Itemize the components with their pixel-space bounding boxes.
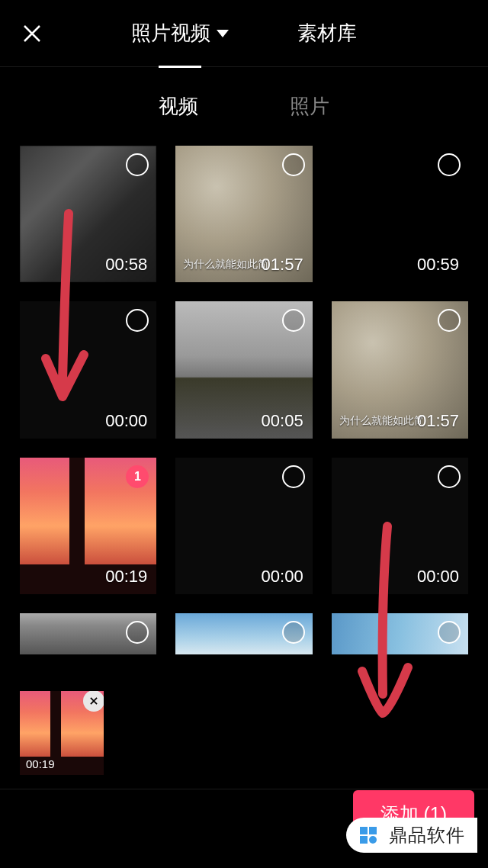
close-icon [21,22,43,45]
video-item[interactable] [20,613,156,654]
video-item[interactable]: 00:58 [20,146,156,282]
selected-tray: 00:19 [0,677,488,789]
sub-tab-1[interactable]: 照片 [290,93,329,120]
video-item[interactable] [332,613,468,654]
video-duration: 00:05 [262,411,303,431]
header-tab-label: 素材库 [297,20,357,47]
video-duration: 00:00 [262,567,303,587]
video-item[interactable]: 为什么就能如此简单01:57 [175,146,312,282]
select-indicator[interactable] [282,621,305,644]
tray-item[interactable]: 00:19 [20,691,104,775]
header-tab-label: 照片视频 [131,20,210,47]
sub-tabs: 视频照片 [0,67,488,146]
select-indicator[interactable] [438,621,461,644]
watermark: 鼎品软件 [346,818,477,853]
header: 照片视频素材库 [0,0,488,67]
video-grid: 00:58为什么就能如此简单01:5700:5900:0000:05为什么就能如… [0,146,488,654]
video-item[interactable] [175,613,312,654]
select-indicator[interactable] [282,153,305,176]
close-icon [88,696,99,706]
svg-point-3 [369,836,377,844]
header-tabs: 照片视频素材库 [49,0,439,68]
tray-duration: 00:19 [26,757,55,770]
video-item[interactable]: 00:05 [175,301,312,438]
video-item[interactable]: 00:00 [20,301,156,438]
watermark-logo-icon [355,822,381,848]
video-item[interactable]: 为什么就能如此简单01:57 [332,301,468,438]
svg-rect-2 [360,836,368,844]
video-item[interactable]: 00:00 [332,458,468,594]
header-tab-1[interactable]: 素材库 [297,0,357,68]
chevron-down-icon [217,30,229,37]
select-indicator[interactable]: 1 [126,465,149,488]
video-duration: 00:58 [105,255,147,275]
select-indicator[interactable] [438,465,461,488]
video-duration: 00:00 [417,567,459,587]
video-item[interactable]: 00:00 [175,458,312,594]
select-indicator[interactable] [438,153,461,176]
video-duration: 00:59 [417,255,459,275]
video-caption: 为什么就能如此简单 [183,258,266,272]
video-caption: 为什么就能如此简单 [339,414,422,428]
sub-tab-0[interactable]: 视频 [159,93,198,120]
video-duration: 01:57 [417,411,459,431]
watermark-text: 鼎品软件 [389,823,465,847]
close-button[interactable] [15,17,49,50]
video-item[interactable]: 00:59 [332,146,468,282]
video-duration: 01:57 [262,255,303,275]
tray-remove-button[interactable] [83,691,104,712]
video-item[interactable]: 100:19 [20,458,156,594]
select-indicator[interactable] [282,309,305,332]
video-duration: 00:00 [105,411,147,431]
svg-rect-0 [360,827,368,834]
video-duration: 00:19 [105,567,147,587]
svg-rect-1 [369,827,377,834]
header-tab-0[interactable]: 照片视频 [131,0,229,68]
select-indicator[interactable] [282,465,305,488]
